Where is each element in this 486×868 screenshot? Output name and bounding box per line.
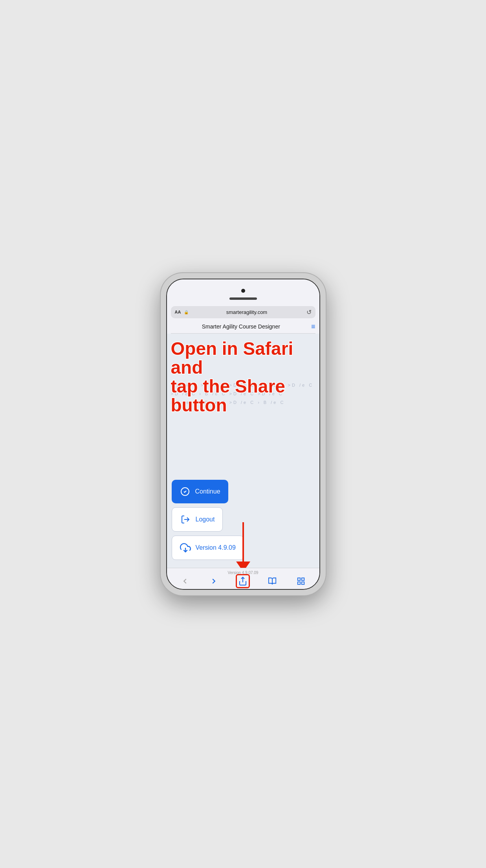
forward-button[interactable]	[209, 577, 218, 585]
instruction-line2: tap the Share button	[171, 377, 315, 415]
svg-rect-5	[302, 582, 304, 584]
address-bar[interactable]: AA 🔒 smarteragility.com ↺	[171, 306, 315, 318]
phone-top-hardware	[167, 279, 319, 303]
text-size-button[interactable]: AA	[175, 310, 181, 314]
svg-rect-6	[298, 582, 300, 584]
main-content: › B /e C >D /e C >D /e C › B /e C >D /e …	[167, 334, 319, 589]
page-title: Smarter Agility Course Designer	[171, 323, 311, 330]
continue-label: Continue	[195, 488, 220, 495]
logout-icon	[180, 514, 191, 525]
safari-nav-bar: Smarter Agility Course Designer ≡	[171, 321, 315, 334]
content-area: › B /e C >D /e C >D /e C › B /e C >D /e …	[167, 334, 319, 568]
safari-chrome: AA 🔒 smarteragility.com ↺ Smarter Agilit…	[167, 303, 319, 334]
hamburger-menu-button[interactable]: ≡	[311, 323, 315, 330]
phone-screen: AA 🔒 smarteragility.com ↺ Smarter Agilit…	[166, 279, 320, 590]
speaker-icon	[229, 297, 257, 300]
back-button[interactable]	[181, 577, 189, 585]
share-button-highlight	[236, 574, 250, 588]
front-camera-icon	[241, 289, 245, 293]
logout-label: Logout	[196, 516, 215, 523]
svg-rect-4	[302, 578, 304, 580]
phone-frame: AA 🔒 smarteragility.com ↺ Smarter Agilit…	[161, 273, 326, 595]
url-display[interactable]: smarteragility.com	[190, 309, 303, 315]
svg-rect-3	[298, 578, 300, 580]
lock-icon: 🔒	[184, 310, 189, 314]
share-button[interactable]	[238, 576, 248, 586]
safari-bottom-bar: Version 4.9.07.09	[167, 568, 319, 589]
arrow-head	[236, 562, 250, 568]
red-arrow	[236, 522, 250, 568]
reload-button[interactable]: ↺	[306, 308, 312, 316]
arrow-line	[242, 522, 244, 562]
bookmarks-button[interactable]	[268, 577, 277, 585]
tabs-button[interactable]	[297, 577, 305, 585]
content-background: › B /e C >D /e C >D /e C › B /e C >D /e …	[167, 334, 319, 568]
safari-toolbar	[167, 576, 319, 586]
logout-button[interactable]: Logout	[172, 507, 223, 532]
check-circle-icon	[180, 486, 191, 497]
version-label: Version 4.9.09	[196, 544, 236, 551]
instruction-overlay: Open in Safari and tap the Share button	[171, 339, 315, 415]
instruction-line1: Open in Safari and	[171, 339, 315, 377]
version-button[interactable]: Version 4.9.09	[172, 536, 244, 560]
continue-button[interactable]: Continue	[172, 480, 228, 503]
cloud-download-icon	[180, 542, 191, 553]
